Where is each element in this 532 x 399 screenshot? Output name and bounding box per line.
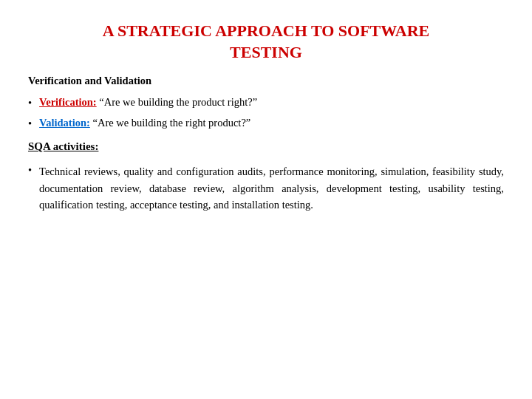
list-item-verification: • Verification: “Are we building the pro… [28,96,504,109]
bullet-dot-1: • [28,97,32,109]
verification-body: “Are we building the product right?” [97,96,257,108]
sqa-body-text: Technical reviews, quality and configura… [39,163,504,213]
verification-validation-list: • Verification: “Are we building the pro… [28,96,504,130]
title-line1: A STRATEGIC APPROACH TO SOFTWARE [103,21,430,40]
page: A STRATEGIC APPROACH TO SOFTWARE TESTING… [0,0,532,399]
bullet-dot-3: • [28,164,32,177]
title-line2: TESTING [230,43,302,61]
verification-label: Verification: [39,96,97,108]
sqa-heading: SQA activities: [28,140,504,153]
validation-text: Validation: “Are we building the right p… [39,117,250,129]
validation-body: “Are we building the right product?” [90,117,250,129]
bullet-dot-2: • [28,117,32,130]
section1-subtitle: Verification and Validation [28,75,504,87]
validation-label: Validation: [39,117,90,129]
sqa-body-container: • Technical reviews, quality and configu… [28,163,504,213]
list-item-validation: • Validation: “Are we building the right… [28,117,504,130]
main-title: A STRATEGIC APPROACH TO SOFTWARE TESTING [28,21,504,63]
verification-text: Verification: “Are we building the produ… [39,96,257,109]
